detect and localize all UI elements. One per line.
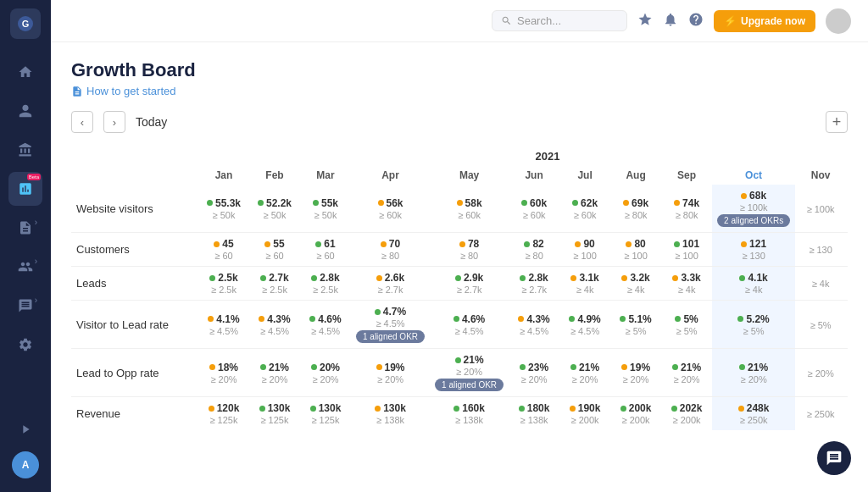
metric-value: 82 (532, 238, 543, 250)
help-icon[interactable] (688, 12, 704, 30)
year-header (71, 146, 198, 166)
row-label-2: Leads (71, 267, 198, 301)
metric-value: 202k (680, 402, 703, 414)
sidebar-item-settings[interactable] (8, 328, 42, 362)
star-icon[interactable] (637, 12, 653, 30)
metric-cell-r0-c5: 60k≥ 60k (509, 185, 559, 233)
metric-target: ≥ 100k (800, 204, 841, 214)
metric-target: ≥ 200k (565, 415, 605, 425)
dot-green (310, 406, 316, 412)
metric-target: ≥ 250k (717, 415, 790, 425)
row-label-4: Lead to Opp rate (71, 349, 198, 397)
metric-cell-r1-c11: ≥ 130 (846, 233, 848, 267)
upgrade-label: Upgrade now (741, 15, 805, 27)
metric-target: ≥ 4.5% (565, 326, 605, 336)
bell-icon[interactable] (663, 12, 678, 30)
metric-cell-r2-c9: 4.1k≥ 4k (712, 267, 795, 301)
dot-yellow (264, 241, 270, 247)
metric-target: ≥ 20% (356, 374, 425, 384)
search-box[interactable]: Search... (492, 10, 627, 31)
dot-green (569, 316, 575, 322)
metric-value: 68k (749, 190, 766, 202)
metric-value: 160k (462, 402, 485, 414)
metric-cell-r5-c2: 130k≥ 125k (300, 397, 351, 431)
user-avatar[interactable] (826, 8, 851, 34)
month-header-Jul: Jul (559, 166, 610, 185)
sidebar-user-avatar[interactable]: A (12, 451, 39, 478)
metric-target: ≥ 200k (615, 415, 656, 425)
next-period-button[interactable]: › (103, 111, 125, 133)
metric-cell-r3-c0: 4.1%≥ 4.5% (198, 301, 249, 349)
upgrade-button[interactable]: ⚡ Upgrade now (714, 10, 815, 32)
chat-bubble[interactable] (817, 441, 851, 475)
metric-target: ≥ 20% (615, 374, 656, 384)
svg-text:G: G (22, 19, 30, 29)
month-header-Apr: Apr (351, 166, 430, 185)
metric-cell-r1-c0: 45≥ 60 (198, 233, 249, 267)
sidebar-item-reports[interactable]: › (8, 289, 42, 323)
growth-table-container: 2021 JanFebMarAprMayJunJulAugSepOctNovDe… (71, 146, 848, 430)
metric-cell-r5-c7: 200k≥ 200k (610, 397, 661, 431)
sidebar-item-bank[interactable] (8, 133, 42, 167)
metric-cell-r2-c1: 2.7k≥ 2.5k (249, 267, 300, 301)
metric-target: ≥ 60 (254, 251, 295, 261)
dot-green (620, 316, 626, 322)
metric-value: 2.9k (464, 272, 483, 284)
metric-cell-r3-c4: 4.6%≥ 4.5% (430, 301, 509, 349)
table-row: Lead to Opp rate18%≥ 20%21%≥ 20%20%≥ 20%… (71, 349, 848, 397)
metric-target: ≥ 100 (615, 251, 656, 261)
metric-value: 4.6% (318, 313, 341, 325)
metric-value: 4.1% (216, 313, 239, 325)
metric-target: ≥ 20% (514, 374, 554, 384)
metric-cell-r5-c4: 160k≥ 138k (430, 397, 509, 431)
metric-cell-r3-c2: 4.6%≥ 4.5% (300, 301, 351, 349)
month-header-Jun: Jun (509, 166, 559, 185)
metric-value: 200k (629, 402, 652, 414)
sidebar-item-growth[interactable]: Beta (8, 172, 42, 206)
metric-cell-r0-c4: 58k≥ 60k (430, 185, 509, 233)
metric-target: ≥ 4k (717, 285, 790, 295)
getting-started-link[interactable]: How to get started (71, 85, 848, 97)
table-row: Website visitors55.3k≥ 50k52.2k≥ 50k55k≥… (71, 185, 848, 233)
metric-value: 121 (749, 238, 766, 250)
row-label-1: Customers (71, 233, 198, 267)
metric-cell-r0-c6: 62k≥ 60k (559, 185, 610, 233)
metric-target: ≥ 20% (717, 374, 790, 384)
metric-target: ≥ 4.5% (305, 326, 346, 336)
metric-target: ≥ 2.5k (305, 285, 346, 295)
metric-target: ≥ 20% (203, 374, 244, 384)
add-metric-button[interactable]: + (826, 111, 848, 133)
metric-value: 2.6k (385, 272, 404, 284)
table-body: Website visitors55.3k≥ 50k52.2k≥ 50k55k≥… (71, 185, 848, 430)
sidebar-item-people[interactable] (8, 94, 42, 128)
sidebar-item-home[interactable] (8, 55, 42, 89)
metric-target: ≥ 80k (615, 210, 656, 220)
dot-green (520, 364, 526, 370)
metric-target: ≥ 138k (514, 415, 554, 425)
month-header-Feb: Feb (249, 166, 300, 185)
sidebar-expand-icon[interactable] (8, 412, 42, 446)
metric-cell-r5-c10: ≥ 250k (795, 397, 846, 431)
table-row: Customers45≥ 6055≥ 6061≥ 6070≥ 8078≥ 808… (71, 233, 848, 267)
sidebar-item-users[interactable]: › (8, 250, 42, 284)
metric-cell-r4-c2: 20%≥ 20% (300, 349, 351, 397)
row-label-0: Website visitors (71, 185, 198, 233)
metric-target: ≥ 4k (565, 285, 605, 295)
metric-target: ≥ 138k (356, 415, 425, 425)
getting-started-label: How to get started (86, 85, 176, 97)
metric-target: ≥ 5% (717, 326, 790, 336)
metric-value: 19% (385, 362, 405, 373)
main-content: Search... ⚡ Upgrade now Growth Board How… (51, 0, 868, 492)
topbar-right: Search... ⚡ Upgrade now (492, 8, 851, 34)
metric-target: ≥ 2.7k (514, 285, 554, 295)
dot-green (674, 241, 680, 247)
dot-yellow (208, 316, 214, 322)
dot-green (375, 309, 381, 315)
metric-value: 4.3% (526, 313, 549, 325)
metric-target: ≥ 5% (615, 326, 656, 336)
metric-cell-r5-c3: 130k≥ 138k (351, 397, 430, 431)
month-header-Oct: Oct (712, 166, 795, 185)
sidebar-item-docs[interactable]: › (8, 211, 42, 245)
prev-period-button[interactable]: ‹ (71, 111, 93, 133)
sidebar-logo: G (10, 8, 41, 39)
